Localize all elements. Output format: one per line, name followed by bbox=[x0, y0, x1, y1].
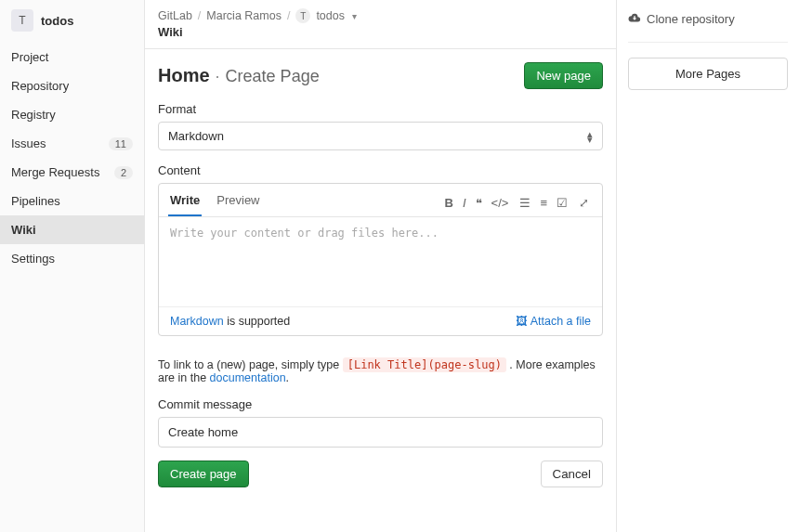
breadcrumb-project-avatar: T bbox=[295, 8, 310, 23]
sidebar-item-issues[interactable]: Issues 11 bbox=[0, 129, 144, 158]
content: GitLab / Marcia Ramos / T todos ▾ Wiki H… bbox=[145, 0, 617, 532]
page-title: Home bbox=[158, 65, 210, 86]
breadcrumb: GitLab / Marcia Ramos / T todos ▾ bbox=[145, 0, 616, 23]
chevron-down-icon[interactable]: ▾ bbox=[352, 11, 357, 21]
breadcrumb-subtitle: Wiki bbox=[145, 23, 616, 48]
project-avatar: T bbox=[11, 9, 33, 32]
breadcrumb-sep: / bbox=[287, 9, 290, 22]
sidebar-item-project[interactable]: Project bbox=[0, 43, 144, 71]
documentation-link[interactable]: documentation bbox=[210, 371, 286, 384]
hint-text: To link to a (new) page, simply type bbox=[158, 358, 343, 371]
project-sidebar: T todos Project Repository Registry Issu… bbox=[0, 0, 145, 532]
numbered-list-icon[interactable]: ≡ bbox=[540, 196, 547, 210]
select-arrows-icon: ▴▾ bbox=[587, 131, 593, 142]
sidebar-item-label: Issues bbox=[11, 136, 46, 150]
link-hint: To link to a (new) page, simply type [Li… bbox=[145, 349, 616, 388]
sidebar-item-wiki[interactable]: Wiki bbox=[0, 215, 144, 244]
sidebar-item-label: Settings bbox=[11, 252, 55, 266]
fullscreen-icon[interactable]: ⤢ bbox=[579, 196, 589, 210]
tab-preview[interactable]: Preview bbox=[215, 189, 261, 216]
format-label: Format bbox=[158, 102, 603, 116]
sidebar-item-repository[interactable]: Repository bbox=[0, 71, 144, 100]
commit-message-label: Commit message bbox=[158, 397, 603, 411]
editor-toolbar: B I ❝ </> ☰ ≡ ☑ ⤢ bbox=[445, 196, 593, 210]
sidebar-item-label: Registry bbox=[11, 108, 56, 122]
sidebar-item-label: Merge Requests bbox=[11, 165, 99, 179]
sidebar-item-label: Wiki bbox=[11, 223, 36, 237]
markdown-supported: Markdown is supported bbox=[170, 315, 290, 328]
sidebar-item-pipelines[interactable]: Pipelines bbox=[0, 187, 144, 215]
page-title-suffix: Create Page bbox=[226, 67, 320, 86]
format-value: Markdown bbox=[168, 129, 224, 143]
attach-icon: 🖼 bbox=[516, 315, 528, 328]
sidebar-header[interactable]: T todos bbox=[0, 0, 144, 43]
hint-text: . bbox=[286, 371, 289, 384]
sidebar-nav: Project Repository Registry Issues 11 Me… bbox=[0, 43, 144, 273]
breadcrumb-project[interactable]: todos bbox=[316, 9, 345, 22]
task-list-icon[interactable]: ☑ bbox=[557, 196, 568, 210]
content-label: Content bbox=[158, 163, 603, 177]
sidebar-item-registry[interactable]: Registry bbox=[0, 100, 144, 129]
bullet-list-icon[interactable]: ☰ bbox=[519, 196, 530, 210]
breadcrumb-root[interactable]: GitLab bbox=[158, 9, 192, 22]
markdown-supported-text: is supported bbox=[224, 315, 291, 328]
sidebar-item-merge-requests[interactable]: Merge Requests 2 bbox=[0, 158, 144, 187]
attach-file[interactable]: 🖼 Attach a file bbox=[516, 315, 591, 328]
more-pages-button[interactable]: More Pages bbox=[628, 58, 788, 90]
cloud-download-icon bbox=[628, 11, 641, 27]
sidebar-item-label: Repository bbox=[11, 79, 69, 93]
clone-repository-label: Clone repository bbox=[647, 12, 735, 26]
markdown-link[interactable]: Markdown bbox=[170, 315, 224, 328]
breadcrumb-sep: / bbox=[198, 9, 201, 22]
page-header: Home · Create Page New page bbox=[145, 49, 616, 102]
cancel-button[interactable]: Cancel bbox=[541, 461, 604, 487]
commit-message-input[interactable] bbox=[158, 417, 603, 448]
clone-repository-link[interactable]: Clone repository bbox=[628, 11, 788, 27]
bold-icon[interactable]: B bbox=[445, 196, 453, 210]
sidebar-item-settings[interactable]: Settings bbox=[0, 244, 144, 273]
italic-icon[interactable]: I bbox=[463, 196, 466, 210]
breadcrumb-owner[interactable]: Marcia Ramos bbox=[206, 9, 282, 22]
create-page-button[interactable]: Create page bbox=[158, 461, 249, 487]
mr-badge: 2 bbox=[114, 166, 133, 179]
format-select[interactable]: Markdown ▴▾ bbox=[158, 122, 603, 150]
content-editor: Write Preview B I ❝ </> ☰ ≡ ☑ bbox=[158, 183, 603, 336]
wiki-right-panel: Clone repository More Pages bbox=[617, 0, 799, 532]
sidebar-item-label: Project bbox=[11, 50, 48, 64]
project-name: todos bbox=[41, 14, 73, 28]
quote-icon[interactable]: ❝ bbox=[476, 196, 482, 210]
content-textarea[interactable]: Write your content or drag files here... bbox=[159, 217, 602, 306]
main: GitLab / Marcia Ramos / T todos ▾ Wiki H… bbox=[145, 0, 799, 532]
new-page-button[interactable]: New page bbox=[524, 62, 603, 89]
tab-write[interactable]: Write bbox=[168, 189, 202, 216]
attach-file-link[interactable]: Attach a file bbox=[530, 315, 591, 328]
sidebar-item-label: Pipelines bbox=[11, 194, 60, 208]
code-icon[interactable]: </> bbox=[491, 196, 509, 210]
issues-badge: 11 bbox=[109, 137, 133, 150]
page-title-sep: · bbox=[216, 67, 220, 86]
hint-code: [Link Title](page-slug) bbox=[343, 357, 506, 372]
